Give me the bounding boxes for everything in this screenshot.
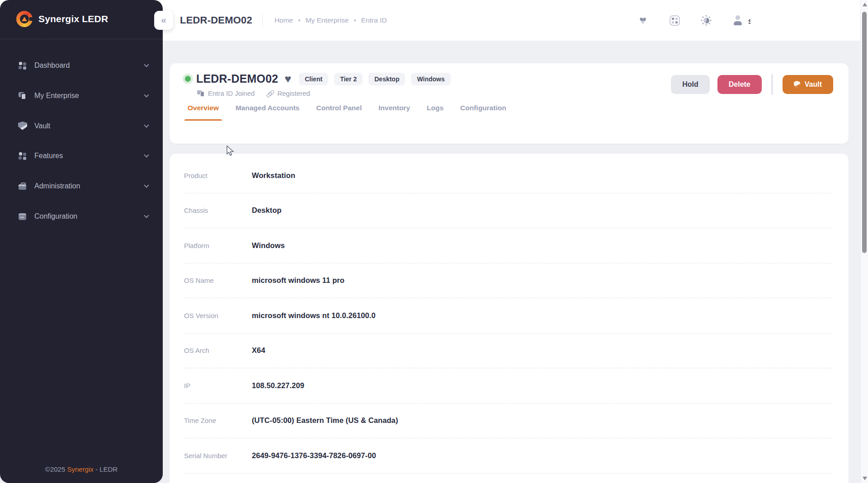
tab[interactable]: Control Panel xyxy=(316,104,362,121)
sun-icon xyxy=(703,18,709,23)
sidebar-item-label: Configuration xyxy=(34,212,77,220)
detail-label: IP xyxy=(184,382,252,389)
sidebar-item[interactable]: Features xyxy=(14,146,151,166)
detail-row: OS Arch X64 xyxy=(184,333,832,369)
favorites-heart-icon[interactable]: ♥ xyxy=(637,14,649,26)
chevron-down-icon xyxy=(144,62,149,67)
device-header-card: LEDR-DEMO02 ClientTier 2DesktopWindows E… xyxy=(170,63,849,144)
tab[interactable]: Logs xyxy=(427,104,443,121)
detail-value: 2649-9476-1376-3394-7826-0697-00 xyxy=(252,451,376,460)
link-icon xyxy=(266,90,274,97)
detail-value: (UTC-05:00) Eastern Time (US & Canada) xyxy=(252,416,398,425)
sidebar-item[interactable]: Administration xyxy=(14,176,151,196)
badge: Tier 2 xyxy=(334,73,363,85)
configuration-icon xyxy=(18,212,27,221)
detail-label: Product xyxy=(184,172,252,179)
sidebar-item[interactable]: Dashboard xyxy=(14,56,151,75)
device-name: LEDR-DEMO02 xyxy=(196,72,278,85)
user-avatar-icon[interactable] xyxy=(732,14,744,26)
chevron-down-icon xyxy=(144,92,149,97)
detail-label: OS Version xyxy=(184,312,252,319)
scroll-up-arrow-icon[interactable] xyxy=(863,3,867,6)
actions-divider xyxy=(771,74,773,95)
dashboard-icon xyxy=(18,61,27,70)
device-badges: ClientTier 2DesktopWindows xyxy=(299,73,451,85)
badge: Client xyxy=(299,73,328,85)
footer-brand: Synergix xyxy=(67,465,93,473)
brand-name: Synergix LEDR xyxy=(38,14,108,24)
favorite-heart-icon[interactable] xyxy=(284,72,291,85)
sidebar-item-label: Features xyxy=(34,152,63,160)
entra-joined-status: Entra ID Joined xyxy=(197,89,255,97)
detail-label: Time Zone xyxy=(184,417,252,424)
detail-row: Chassis Desktop xyxy=(184,193,832,229)
detail-value: Workstation xyxy=(252,171,295,180)
sidebar-item[interactable]: Vault xyxy=(14,116,151,136)
person-icon xyxy=(732,15,743,26)
detail-row: IP 108.50.227.209 xyxy=(184,368,832,403)
detail-value: microsoft windows nt 10.0.26100.0 xyxy=(252,311,376,320)
double-chevron-left-icon: « xyxy=(161,14,166,25)
shield-icon xyxy=(794,81,800,88)
detail-row: OS Name microsoft windows 11 pro xyxy=(184,263,832,299)
detail-label: Chassis xyxy=(184,206,252,214)
device-icon xyxy=(197,90,204,97)
sidebar-item-label: My Enterprise xyxy=(34,92,79,100)
hold-button[interactable]: Hold xyxy=(671,75,710,94)
detail-label: Serial Number xyxy=(184,452,252,460)
grid-icon xyxy=(670,15,680,26)
device-details-card: Product Workstation Chassis Desktop Plat… xyxy=(170,154,849,483)
device-tabs: OverviewManaged AccountsControl PanelInv… xyxy=(185,104,833,121)
registered-status: Registered xyxy=(266,89,310,97)
badge: Desktop xyxy=(368,73,405,85)
enterprise-icon xyxy=(18,91,27,100)
sidebar: Synergix LEDR Dashboard My Enterprise Va… xyxy=(0,0,163,483)
header-icon-group: ♥ S xyxy=(637,0,750,41)
badge: Windows xyxy=(411,73,450,85)
detail-value: Desktop xyxy=(252,206,282,215)
detail-row: Product Workstation xyxy=(184,158,832,193)
tab[interactable]: Configuration xyxy=(460,104,506,121)
chevron-down-icon xyxy=(144,183,149,188)
apps-grid-icon[interactable] xyxy=(669,14,680,26)
synergix-logo-icon xyxy=(16,11,33,27)
detail-value: 108.50.227.209 xyxy=(252,381,304,390)
breadcrumb-item[interactable]: My Enterprise xyxy=(293,16,349,24)
brand[interactable]: Synergix LEDR xyxy=(0,0,163,39)
breadcrumb-item[interactable]: Home xyxy=(274,16,293,24)
vault-button[interactable]: Vault xyxy=(783,75,833,94)
sidebar-item[interactable]: Configuration xyxy=(14,206,151,226)
detail-value: microsoft windows 11 pro xyxy=(252,276,344,285)
detail-row: Time Zone (UTC-05:00) Eastern Time (US &… xyxy=(184,403,832,439)
delete-button[interactable]: Delete xyxy=(717,75,762,94)
tab[interactable]: Overview xyxy=(188,104,219,121)
vault-icon xyxy=(18,122,27,130)
status-online-dot xyxy=(185,76,191,82)
detail-value: Windows xyxy=(252,241,285,250)
main-content: LEDR-DEMO02 ClientTier 2DesktopWindows E… xyxy=(170,63,849,483)
scroll-down-arrow-icon[interactable] xyxy=(863,477,867,480)
theme-sun-icon[interactable] xyxy=(700,14,712,26)
sidebar-item-label: Administration xyxy=(34,182,80,190)
detail-value: X64 xyxy=(252,346,265,355)
detail-label: Platform xyxy=(184,242,252,249)
sidebar-item[interactable]: My Enterprise xyxy=(14,86,151,106)
tab[interactable]: Inventory xyxy=(378,104,410,121)
breadcrumb-item[interactable]: Entra ID xyxy=(349,16,387,24)
chevron-down-icon xyxy=(144,213,149,218)
detail-row: OS Version microsoft windows nt 10.0.261… xyxy=(184,298,832,333)
device-actions: Hold Delete Vault xyxy=(671,74,833,95)
tab[interactable]: Managed Accounts xyxy=(236,104,300,121)
sidebar-collapse-button[interactable]: « xyxy=(154,11,173,30)
scrollbar[interactable] xyxy=(860,0,868,483)
top-header: LEDR-DEMO02 Home My Enterprise Entra ID … xyxy=(163,0,860,41)
detail-row: Platform Windows xyxy=(184,228,832,263)
chevron-down-icon xyxy=(144,122,149,127)
page-title: LEDR-DEMO02 xyxy=(180,14,252,26)
scroll-thumb[interactable] xyxy=(862,12,867,253)
sidebar-nav: Dashboard My Enterprise Vault Features xyxy=(0,39,163,237)
features-icon xyxy=(18,151,27,160)
clipped-username: S xyxy=(748,18,750,25)
administration-icon xyxy=(18,182,27,191)
detail-label: OS Arch xyxy=(184,347,252,354)
